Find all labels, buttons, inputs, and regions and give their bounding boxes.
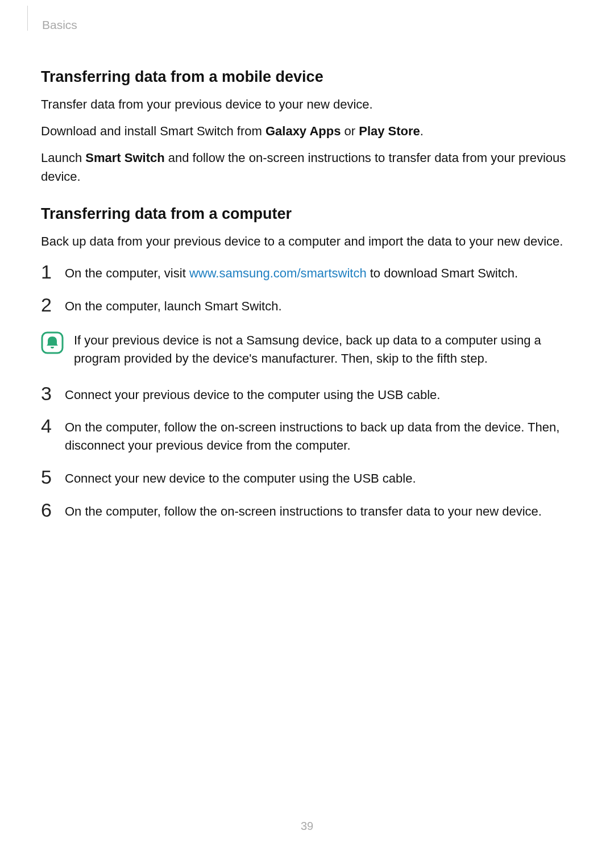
step-text: On the computer, follow the on-screen in…: [65, 418, 573, 455]
step-number: 2: [41, 295, 55, 314]
step-number: 4: [41, 416, 55, 435]
bold-smart-switch: Smart Switch: [85, 151, 164, 165]
step-text: On the computer, launch Smart Switch.: [65, 297, 573, 315]
step-2: 2 On the computer, launch Smart Switch.: [41, 297, 573, 315]
text: .: [420, 124, 424, 138]
page: Basics Transferring data from a mobile d…: [0, 0, 614, 868]
section2-intro: Back up data from your previous device t…: [41, 232, 573, 251]
step-5: 5 Connect your new device to the compute…: [41, 470, 573, 488]
note: If your previous device is not a Samsung…: [41, 330, 573, 368]
step-6: 6 On the computer, follow the on-screen …: [41, 502, 573, 521]
step-1: 1 On the computer, visit www.samsung.com…: [41, 264, 573, 283]
step-3: 3 Connect your previous device to the co…: [41, 386, 573, 404]
note-icon: [41, 331, 64, 354]
text: or: [341, 124, 359, 138]
text: Launch: [41, 151, 85, 165]
section1-p2: Download and install Smart Switch from G…: [41, 122, 573, 140]
section2-title: Transferring data from a computer: [41, 205, 573, 223]
chapter-label: Basics: [42, 18, 77, 32]
smartswitch-link[interactable]: www.samsung.com/smartswitch: [189, 266, 367, 280]
header-divider: [27, 6, 28, 31]
step-text: Connect your new device to the computer …: [65, 470, 573, 488]
bold-galaxy-apps: Galaxy Apps: [265, 124, 341, 138]
note-text: If your previous device is not a Samsung…: [74, 330, 573, 368]
section2: Transferring data from a computer Back u…: [41, 205, 573, 521]
step-number: 1: [41, 262, 55, 281]
text: Download and install Smart Switch from: [41, 124, 265, 138]
step-number: 3: [41, 384, 55, 403]
step-text: On the computer, visit www.samsung.com/s…: [65, 264, 573, 283]
section1-title: Transferring data from a mobile device: [41, 68, 573, 86]
step-text: Connect your previous device to the comp…: [65, 386, 573, 404]
page-number: 39: [0, 820, 614, 833]
step-4: 4 On the computer, follow the on-screen …: [41, 418, 573, 455]
step-number: 6: [41, 500, 55, 520]
section1-p1: Transfer data from your previous device …: [41, 95, 573, 114]
steps-list: 1 On the computer, visit www.samsung.com…: [41, 264, 573, 521]
step-text: On the computer, follow the on-screen in…: [65, 502, 573, 521]
text: to download Smart Switch.: [367, 266, 518, 280]
step-number: 5: [41, 467, 55, 487]
text: On the computer, visit: [65, 266, 189, 280]
bold-play-store: Play Store: [359, 124, 420, 138]
content-area: Transferring data from a mobile device T…: [41, 68, 573, 521]
section1-p3: Launch Smart Switch and follow the on-sc…: [41, 148, 573, 186]
